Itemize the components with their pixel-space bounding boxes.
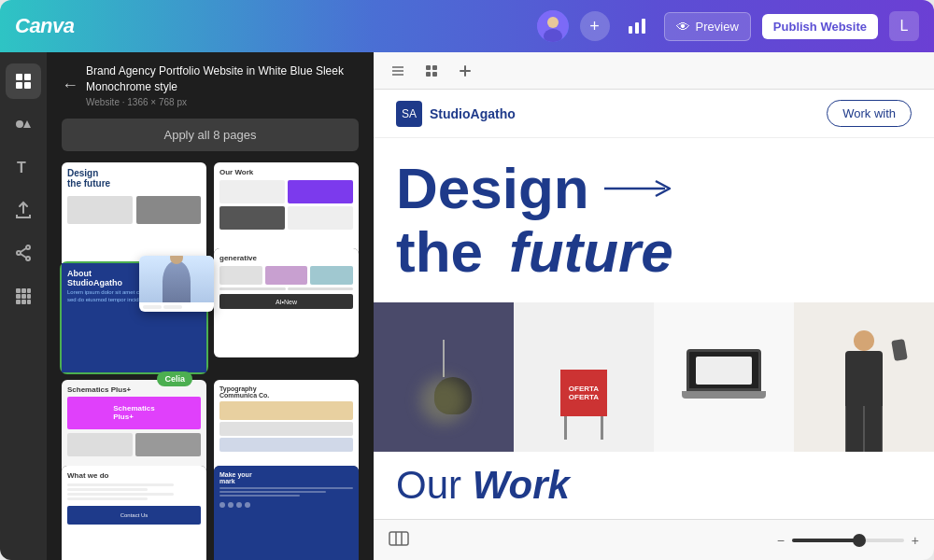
svg-rect-8: [16, 82, 22, 89]
svg-point-1: [547, 17, 559, 28]
template-grid: Designthe future Our Work: [47, 162, 374, 560]
our-work-title: Our Work: [396, 463, 912, 508]
laptop-screen-inner: [696, 357, 752, 385]
sidebar-item-upload[interactable]: [6, 192, 41, 228]
sidebar-item-apps[interactable]: [6, 278, 41, 314]
user-avatar[interactable]: [537, 10, 569, 42]
svg-rect-22: [21, 294, 26, 299]
svg-point-13: [26, 245, 30, 249]
template-title: Brand Agency Portfolio Website in White …: [86, 63, 359, 95]
svg-rect-18: [16, 288, 21, 293]
person-legs: [845, 406, 883, 452]
template-page-1[interactable]: Designthe future: [62, 162, 206, 271]
svg-point-10: [16, 120, 23, 128]
app-wrapper: Canva + 👁 Preview Publish Website L: [0, 0, 934, 560]
svg-marker-11: [23, 120, 31, 128]
svg-point-15: [26, 257, 30, 260]
template-info: Brand Agency Portfolio Website in White …: [86, 63, 359, 107]
publish-button[interactable]: Publish Website: [762, 14, 878, 39]
zoom-slider-thumb[interactable]: [853, 534, 866, 547]
svg-rect-7: [24, 74, 31, 80]
hero-arrow: [604, 177, 679, 200]
template-page-3[interactable]: C AboutStudioAgatho Lorem ipsum dolor si…: [62, 263, 206, 371]
our-work-our: Our: [396, 463, 461, 507]
template-page-8[interactable]: Make yourmark: [214, 466, 359, 560]
zoom-slider-fill: [792, 539, 859, 542]
cart-box: OFERTAOFERTA: [560, 370, 607, 416]
extra-menu-button[interactable]: L: [889, 11, 919, 41]
stats-button[interactable]: [621, 13, 653, 39]
canvas-layout-button[interactable]: [418, 58, 445, 84]
svg-line-17: [21, 254, 26, 258]
template-panel-header: ← Brand Agency Portfolio Website in Whit…: [47, 52, 374, 119]
sidebar-item-elements[interactable]: [6, 106, 41, 142]
template-page-7[interactable]: What we do Contact Us: [62, 466, 206, 560]
svg-rect-19: [21, 288, 26, 293]
template-panel: ← Brand Agency Portfolio Website in Whit…: [47, 52, 374, 560]
person-body: [845, 351, 883, 406]
hero-title-future: the future: [396, 220, 912, 284]
celia-badge: Celia: [157, 371, 192, 386]
sidebar-item-text[interactable]: T: [6, 149, 41, 185]
gallery-image-lamp: [374, 302, 514, 452]
hero-title: Design: [396, 157, 912, 220]
svg-rect-31: [432, 65, 437, 70]
svg-rect-4: [635, 22, 639, 34]
gallery-item-1: [374, 302, 514, 452]
svg-rect-24: [16, 300, 21, 304]
apply-all-button[interactable]: Apply all 8 pages: [62, 119, 359, 151]
work-with-button[interactable]: Work with: [827, 100, 912, 127]
svg-rect-33: [432, 72, 437, 77]
svg-rect-6: [16, 74, 22, 80]
layout-view-icon[interactable]: [389, 531, 409, 550]
site-logo-icon: SA: [396, 101, 422, 127]
svg-rect-35: [460, 70, 471, 72]
eye-icon: 👁: [676, 19, 690, 35]
site-nav: SA StudioAgatho Work with: [374, 90, 934, 138]
sidebar-item-share[interactable]: [6, 235, 41, 271]
icon-sidebar: T: [0, 52, 47, 560]
back-button[interactable]: ←: [62, 76, 78, 95]
site-logo: SA StudioAgatho: [396, 101, 516, 127]
hero-the: the: [396, 220, 483, 284]
cart-legs: [560, 416, 607, 440]
canvas-toolbar: [374, 52, 934, 90]
svg-rect-26: [27, 300, 31, 304]
bottom-bar: − +: [374, 519, 934, 560]
hero-future: future: [509, 220, 673, 284]
svg-rect-20: [27, 288, 31, 293]
site-our-work: Our Work: [374, 452, 934, 519]
gallery-item-4: [794, 302, 934, 452]
svg-rect-21: [16, 294, 21, 299]
gallery-item-3: [654, 302, 794, 452]
canva-logo: Canva: [15, 14, 75, 38]
gallery-image-cart: OFERTAOFERTA: [514, 302, 654, 452]
svg-rect-32: [426, 72, 431, 77]
template-subtitle: Website · 1366 × 768 px: [86, 97, 359, 107]
zoom-slider[interactable]: [792, 539, 904, 542]
zoom-out-icon[interactable]: −: [777, 533, 785, 548]
gallery-image-laptop: [654, 302, 794, 452]
add-button[interactable]: +: [580, 11, 610, 41]
laptop-base: [682, 391, 766, 399]
layers-button[interactable]: [385, 58, 411, 84]
svg-rect-37: [389, 532, 408, 545]
sidebar-item-layout[interactable]: [6, 63, 41, 99]
laptop: [686, 349, 761, 405]
zoom-in-icon[interactable]: +: [912, 533, 919, 548]
person-image: [163, 260, 191, 302]
hero-title-design: Design: [396, 157, 589, 220]
svg-rect-3: [629, 26, 632, 34]
site-hero: Design the future: [374, 138, 934, 302]
cart-stand: OFERTAOFERTA: [560, 370, 607, 444]
svg-text:T: T: [17, 160, 26, 175]
svg-point-14: [17, 251, 21, 255]
svg-rect-9: [24, 82, 31, 89]
svg-rect-25: [21, 300, 26, 304]
canvas-add-button[interactable]: [452, 58, 478, 84]
svg-rect-5: [642, 19, 645, 34]
preview-button[interactable]: 👁 Preview: [664, 12, 751, 41]
site-logo-text: StudioAgatho: [430, 106, 516, 121]
pendant-light: [434, 340, 453, 414]
template-page-4[interactable]: generative AI•New: [214, 248, 359, 357]
